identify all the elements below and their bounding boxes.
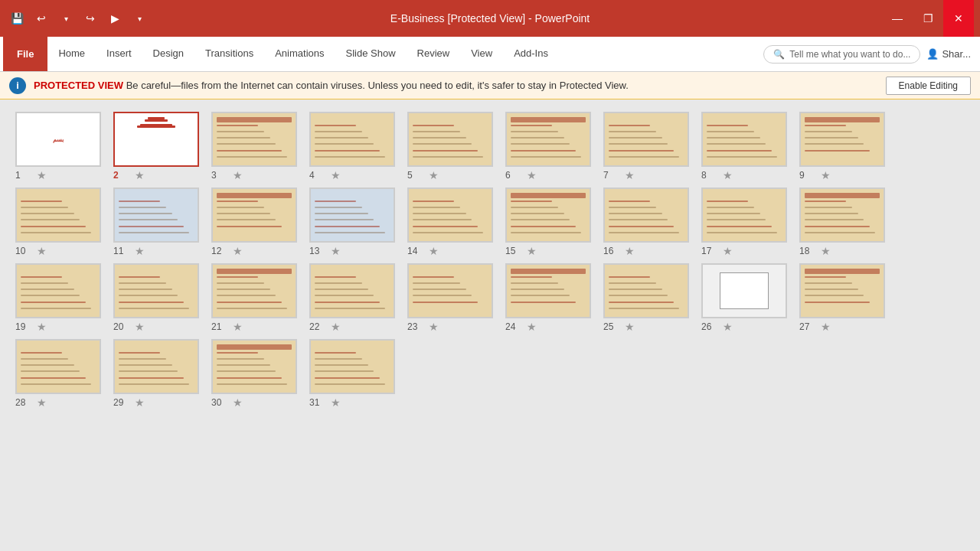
tab-home[interactable]: Home <box>47 37 96 71</box>
slide-item[interactable]: 11★ <box>113 187 199 257</box>
tab-transitions[interactable]: Transitions <box>194 37 264 71</box>
slide-thumbnail <box>505 263 591 318</box>
slide-item[interactable]: 8★ <box>701 112 787 181</box>
slide-item[interactable]: 13★ <box>309 187 395 257</box>
slide-bookmark-icon[interactable]: ★ <box>135 321 145 333</box>
slide-bookmark-icon[interactable]: ★ <box>233 321 243 333</box>
undo-button[interactable]: ↩ <box>31 8 52 29</box>
tab-addins[interactable]: Add-Ins <box>503 37 559 71</box>
slide-thumbnail <box>701 263 787 318</box>
slide-bookmark-icon[interactable]: ★ <box>37 169 47 181</box>
slide-item[interactable]: 9★ <box>799 112 885 181</box>
slide-item[interactable]: 16★ <box>603 187 689 257</box>
slide-item[interactable]: 2★ <box>113 112 199 181</box>
slide-bookmark-icon[interactable]: ★ <box>135 245 145 257</box>
slide-item[interactable]: 24★ <box>505 263 591 333</box>
slide-bookmark-icon[interactable]: ★ <box>233 245 243 257</box>
slide-item[interactable]: 28★ <box>15 339 101 409</box>
slide-thumbnail <box>407 112 493 167</box>
slide-bookmark-icon[interactable]: ★ <box>331 169 341 181</box>
slide-item[interactable]: 20★ <box>113 263 199 333</box>
slide-meta: 31★ <box>309 396 395 409</box>
slide-bookmark-icon[interactable]: ★ <box>233 169 243 181</box>
tab-view[interactable]: View <box>460 37 503 71</box>
slide-meta: 5★ <box>407 169 493 181</box>
slide-item[interactable]: 22★ <box>309 263 395 333</box>
slide-bookmark-icon[interactable]: ★ <box>625 169 635 181</box>
slide-bookmark-icon[interactable]: ★ <box>429 245 439 257</box>
undo-dropdown[interactable]: ▾ <box>55 8 77 29</box>
slide-bookmark-icon[interactable]: ★ <box>37 321 47 333</box>
slide-number: 10 <box>15 246 34 256</box>
slide-number: 12 <box>211 246 230 256</box>
tab-animations[interactable]: Animations <box>264 37 335 71</box>
slide-bookmark-icon[interactable]: ★ <box>723 321 733 333</box>
slide-item[interactable]: 26★ <box>701 263 787 333</box>
slide-thumbnail <box>113 339 199 394</box>
slide-number: 16 <box>603 246 622 256</box>
slide-bookmark-icon[interactable]: ★ <box>331 396 341 409</box>
slide-thumbnail <box>505 187 591 243</box>
slide-bookmark-icon[interactable]: ★ <box>723 169 733 181</box>
tab-slideshow[interactable]: Slide Show <box>335 37 407 71</box>
slide-item[interactable]: 4★ <box>309 112 395 181</box>
slide-item[interactable]: 3★ <box>211 112 297 181</box>
restore-button[interactable]: ❐ <box>913 0 943 37</box>
slide-item[interactable]: 30★ <box>211 339 297 409</box>
slide-bookmark-icon[interactable]: ★ <box>723 245 733 257</box>
slide-item[interactable]: 5★ <box>407 112 493 181</box>
slide-bookmark-icon[interactable]: ★ <box>527 321 537 333</box>
slide-bookmark-icon[interactable]: ★ <box>821 169 831 181</box>
slide-item[interactable]: 23★ <box>407 263 493 333</box>
slide-bookmark-icon[interactable]: ★ <box>331 321 341 333</box>
slide-bookmark-icon[interactable]: ★ <box>37 396 47 409</box>
slide-item[interactable]: 12★ <box>211 187 297 257</box>
share-label: Shar... <box>942 48 971 60</box>
slide-item[interactable]: 15★ <box>505 187 591 257</box>
slide-item[interactable]: 18★ <box>799 187 885 257</box>
tab-design[interactable]: Design <box>142 37 194 71</box>
tab-insert[interactable]: Insert <box>96 37 142 71</box>
slide-bookmark-icon[interactable]: ★ <box>625 245 635 257</box>
slide-item[interactable]: 19★ <box>15 263 101 333</box>
slide-bookmark-icon[interactable]: ★ <box>135 396 145 409</box>
slide-bookmark-icon[interactable]: ★ <box>37 245 47 257</box>
slide-item[interactable]: 27★ <box>799 263 885 333</box>
minimize-button[interactable]: — <box>882 0 913 37</box>
slide-bookmark-icon[interactable]: ★ <box>331 245 341 257</box>
present-button[interactable]: ▶ <box>104 8 126 29</box>
slide-item[interactable]: 25★ <box>603 263 689 333</box>
slide-item[interactable]: 14★ <box>407 187 493 257</box>
customize-qat[interactable]: ▾ <box>129 8 150 29</box>
tab-review[interactable]: Review <box>407 37 461 71</box>
share-button[interactable]: 👤 Shar... <box>926 48 971 60</box>
close-button[interactable]: ✕ <box>943 0 974 37</box>
enable-editing-button[interactable]: Enable Editing <box>886 77 971 95</box>
slide-item[interactable]: بسم1★ <box>15 112 101 181</box>
slide-bookmark-icon[interactable]: ★ <box>527 169 537 181</box>
save-button[interactable]: 💾 <box>6 8 28 29</box>
protected-view-message: Be careful—files from the Internet can c… <box>126 80 629 91</box>
slide-item[interactable]: 6★ <box>505 112 591 181</box>
slide-bookmark-icon[interactable]: ★ <box>429 169 439 181</box>
slide-number: 22 <box>309 321 328 332</box>
slide-bookmark-icon[interactable]: ★ <box>821 245 831 257</box>
tab-file[interactable]: File <box>3 37 47 71</box>
slide-bookmark-icon[interactable]: ★ <box>625 321 635 333</box>
slide-item[interactable]: 21★ <box>211 263 297 333</box>
slide-thumbnail <box>309 339 395 394</box>
slide-number: 24 <box>505 321 524 332</box>
slide-bookmark-icon[interactable]: ★ <box>527 245 537 257</box>
slide-item[interactable]: 29★ <box>113 339 199 409</box>
redo-button[interactable]: ↪ <box>80 8 101 29</box>
slide-bookmark-icon[interactable]: ★ <box>135 169 145 181</box>
slide-item[interactable]: 7★ <box>603 112 689 181</box>
slide-item[interactable]: 31★ <box>309 339 395 409</box>
window-controls: — ❐ ✕ <box>882 0 974 37</box>
slide-item[interactable]: 10★ <box>15 187 101 257</box>
slide-bookmark-icon[interactable]: ★ <box>233 396 243 409</box>
slide-item[interactable]: 17★ <box>701 187 787 257</box>
tell-me-box[interactable]: 🔍 Tell me what you want to do... <box>763 45 920 64</box>
slide-bookmark-icon[interactable]: ★ <box>429 321 439 333</box>
slide-bookmark-icon[interactable]: ★ <box>821 321 831 333</box>
